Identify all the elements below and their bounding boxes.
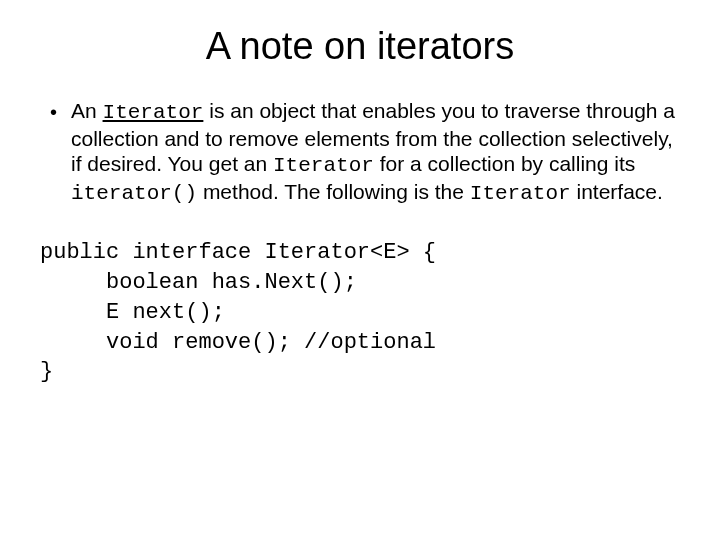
code-line: }: [40, 359, 53, 384]
slide: A note on iterators • An Iterator is an …: [0, 0, 720, 540]
code-line: boolean has.Next();: [40, 270, 357, 295]
bullet-text: An Iterator is an object that enables yo…: [71, 98, 680, 206]
slide-body: • An Iterator is an object that enables …: [40, 98, 680, 206]
bullet-item: • An Iterator is an object that enables …: [50, 98, 680, 206]
code-inline: iterator(): [71, 182, 197, 205]
text-frag: An: [71, 99, 103, 122]
bullet-dot-icon: •: [50, 100, 57, 124]
text-frag: method. The following is the: [197, 180, 470, 203]
code-line: public interface Iterator<E> {: [40, 240, 436, 265]
code-line: E next();: [40, 300, 225, 325]
slide-title: A note on iterators: [40, 25, 680, 68]
iterator-link[interactable]: Iterator: [103, 101, 204, 124]
code-line: void remove(); //optional: [40, 330, 436, 355]
text-frag: for a collection by calling its: [374, 152, 635, 175]
code-block: public interface Iterator<E> { boolean h…: [40, 238, 680, 386]
code-inline: Iterator: [273, 154, 374, 177]
code-inline: Iterator: [470, 182, 571, 205]
text-frag: interface.: [571, 180, 663, 203]
